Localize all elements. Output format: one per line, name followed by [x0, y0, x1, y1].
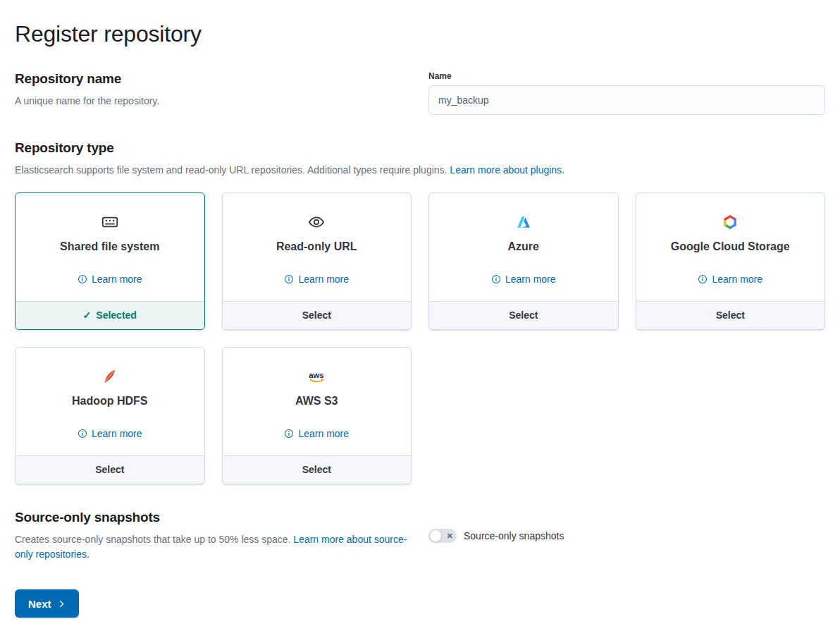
repository-name-description: A unique name for the repository. [15, 94, 412, 109]
learn-more-label: Learn more [712, 274, 762, 285]
learn-more-link[interactable]: Learn more [78, 428, 142, 439]
source-only-description: Creates source-only snapshots that take … [15, 534, 290, 545]
repository-name-text-column: Repository name A unique name for the re… [15, 71, 412, 115]
next-button-label: Next [28, 598, 51, 610]
source-only-description-row: Creates source-only snapshots that take … [15, 532, 412, 563]
learn-more-link[interactable]: Learn more [284, 428, 349, 439]
name-field-label: Name [428, 71, 825, 81]
card-footer-label: Select [716, 310, 745, 321]
google-cloud-storage-logo-icon [646, 213, 815, 231]
select-button[interactable]: ✓ Select [636, 301, 825, 329]
card-body: Read-only URL Learn more [223, 193, 412, 301]
card-title: Google Cloud Storage [646, 240, 815, 253]
learn-more-label: Learn more [298, 274, 349, 285]
repository-name-field-column: Name [428, 71, 825, 115]
card-body: Google Cloud Storage Learn more [636, 193, 825, 301]
learn-more-label: Learn more [298, 428, 349, 439]
svg-text:aws: aws [309, 370, 324, 379]
info-icon [284, 429, 294, 439]
azure-logo-icon [439, 213, 608, 231]
select-button[interactable]: ✓ Select [223, 301, 412, 329]
source-only-toggle-label[interactable]: Source-only snapshots [464, 530, 564, 541]
repository-name-section: Repository name A unique name for the re… [15, 71, 825, 115]
repository-name-input[interactable] [428, 85, 825, 115]
learn-more-label: Learn more [92, 274, 142, 285]
repository-type-section: Repository type Elasticsearch supports f… [15, 140, 825, 484]
aws-s3-logo-icon: aws [233, 367, 402, 386]
page-title: Register repository [15, 21, 825, 47]
repository-name-heading: Repository name [15, 71, 412, 87]
register-repository-page: Register repository Repository name A un… [0, 0, 840, 631]
card-title: Hadoop HDFS [25, 395, 194, 408]
learn-more-link[interactable]: Learn more [698, 274, 762, 285]
repo-type-card-aws-s3[interactable]: aws AWS S3 Learn more ✓ Select [222, 347, 412, 484]
chevron-right-icon [58, 600, 66, 608]
info-icon [698, 274, 708, 284]
select-button[interactable]: ✓ Select [429, 301, 618, 329]
repo-type-card-azure[interactable]: Azure Learn more ✓ Select [428, 192, 619, 330]
next-button[interactable]: Next [15, 589, 79, 618]
toggle-knob[interactable] [429, 529, 442, 542]
source-only-heading: Source-only snapshots [15, 510, 412, 525]
repo-type-card-hadoop-hdfs[interactable]: Hadoop HDFS Learn more ✓ Select [15, 347, 205, 484]
info-icon [491, 274, 501, 284]
learn-more-label: Learn more [92, 428, 142, 439]
card-title: AWS S3 [233, 395, 402, 408]
read-only-url-eye-icon [233, 213, 402, 231]
learn-more-link[interactable]: Learn more [491, 274, 556, 285]
card-body: Shared file system Learn more [16, 193, 204, 301]
check-icon: ✓ [83, 310, 92, 321]
shared-file-system-icon [25, 213, 194, 231]
card-title: Read-only URL [233, 240, 402, 253]
plugins-learn-more-link[interactable]: Learn more about plugins. [450, 164, 564, 176]
repo-type-card-google-cloud-storage[interactable]: Google Cloud Storage Learn more ✓ Select [636, 192, 826, 330]
repository-type-description-row: Elasticsearch supports file system and r… [15, 163, 825, 178]
card-title: Shared file system [25, 240, 194, 253]
selected-indicator[interactable]: ✓ Selected [16, 301, 204, 329]
card-footer-label: Select [302, 310, 331, 321]
card-body: Hadoop HDFS Learn more [16, 348, 204, 455]
learn-more-link[interactable]: Learn more [78, 274, 142, 285]
card-footer-label: Select [509, 310, 538, 321]
repo-type-grid: Shared file system Learn more ✓ Selected… [15, 192, 825, 484]
source-only-section: Source-only snapshots Creates source-onl… [15, 510, 825, 563]
learn-more-label: Learn more [505, 274, 556, 285]
card-footer-label: Select [95, 464, 124, 475]
card-body: aws AWS S3 Learn more [223, 348, 412, 455]
hadoop-hdfs-feather-icon [25, 367, 194, 386]
source-only-toggle[interactable]: ✕ [428, 529, 457, 543]
select-button[interactable]: ✓ Select [16, 455, 204, 484]
repository-type-heading: Repository type [15, 140, 825, 156]
repo-type-card-shared-file-system[interactable]: Shared file system Learn more ✓ Selected [15, 192, 205, 330]
card-title: Azure [439, 240, 608, 253]
repo-type-card-read-only-url[interactable]: Read-only URL Learn more ✓ Select [222, 192, 412, 330]
source-only-field-column: ✕ Source-only snapshots [428, 529, 825, 543]
info-icon [78, 429, 87, 439]
source-only-text-column: Source-only snapshots Creates source-onl… [15, 510, 412, 563]
repository-type-description: Elasticsearch supports file system and r… [15, 164, 447, 176]
source-only-toggle-row: ✕ Source-only snapshots [428, 529, 825, 543]
info-icon [284, 274, 294, 284]
toggle-off-x-icon: ✕ [447, 532, 453, 540]
card-footer-label: Selected [96, 310, 137, 321]
card-footer-label: Select [302, 464, 331, 475]
learn-more-link[interactable]: Learn more [284, 274, 349, 285]
select-button[interactable]: ✓ Select [223, 455, 412, 484]
card-body: Azure Learn more [429, 193, 618, 301]
info-icon [78, 274, 87, 284]
